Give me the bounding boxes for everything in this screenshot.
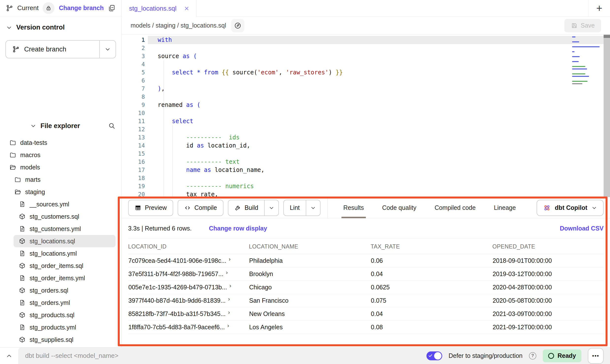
code-line-17: name as location_name, — [148, 166, 610, 174]
defer-label: Defer to staging/production — [449, 352, 523, 359]
dbt-copilot-button[interactable]: dbt Copilot — [537, 200, 604, 216]
panel-tab-lineage[interactable]: Lineage — [492, 197, 518, 218]
file-label: staging — [25, 188, 45, 196]
code-line-6 — [148, 77, 610, 85]
file-tree-item-macros[interactable]: macros — [0, 149, 121, 161]
search-icon[interactable] — [108, 122, 116, 130]
help-icon[interactable]: ? — [529, 352, 536, 360]
command-input[interactable] — [25, 352, 177, 360]
preview-button[interactable]: Preview — [128, 200, 173, 216]
change-row-display-link[interactable]: Change row display — [209, 225, 267, 232]
code-line-7: ), — [148, 85, 610, 93]
create-branch-button[interactable]: Create branch — [5, 40, 116, 58]
file-tree-item-stg-locations-yml[interactable]: stg_locations.yml — [0, 247, 121, 260]
folder-open-icon — [9, 164, 16, 171]
expand-row-icon[interactable]: › — [229, 283, 231, 289]
opened-date-value: 2019-03-12T00:00:00 — [492, 267, 604, 281]
compile-button[interactable]: Compile — [178, 200, 223, 216]
main-area: stg_locations.sql × + models / staging /… — [122, 0, 610, 347]
location-id-value: 858218fb-73f7-4b1b-a31f-57b345... — [128, 310, 226, 317]
file-tree-item-stg-order-items-sql[interactable]: stg_order_items.sql — [0, 260, 121, 272]
file-tree-item-stg-customers-yml[interactable]: stg_customers.yml — [0, 223, 121, 235]
tab-stg-locations-sql[interactable]: stg_locations.sql × — [122, 0, 197, 17]
expand-row-icon[interactable]: › — [228, 296, 230, 302]
file-tree-item-stg-supplies-sql[interactable]: stg_supplies.sql — [0, 333, 121, 346]
version-control-header[interactable]: Version control — [0, 16, 121, 34]
table-row: 1f8ffa70-7cb5-4d83-8a7f-9aceef6...›Los A… — [128, 321, 604, 334]
file-label: models — [20, 164, 40, 171]
build-dropdown[interactable] — [264, 200, 278, 215]
expand-row-icon[interactable]: › — [228, 309, 230, 316]
panel-tab-results[interactable]: Results — [341, 197, 366, 218]
defer-toggle[interactable] — [426, 351, 442, 360]
file-label: stg_products.sql — [30, 312, 74, 319]
change-branch-link[interactable]: Change branch — [59, 4, 104, 12]
chevron-down-icon — [30, 123, 36, 129]
table-row: 7c079cea-5ed4-4101-906e-9198c...›Philade… — [128, 254, 604, 267]
dbt-copilot-icon — [543, 204, 551, 212]
file-tree-item-stg-order-items-yml[interactable]: stg_order_items.yml — [0, 272, 121, 284]
file-icon — [19, 324, 26, 331]
save-button[interactable]: Save — [564, 19, 601, 32]
expand-row-icon[interactable]: › — [226, 269, 228, 276]
current-branch-label: Current — [17, 4, 39, 12]
editor-scrollbar[interactable] — [604, 34, 610, 197]
model-icon — [19, 287, 26, 294]
opened-date-value: 2018-09-01T00:00:00 — [492, 254, 604, 267]
scrollbar-thumb[interactable] — [604, 35, 610, 38]
expand-row-icon[interactable]: › — [229, 256, 231, 263]
opened-date-value: 2020-05-08T00:00:00 — [492, 294, 604, 307]
expand-command-bar-button[interactable] — [0, 347, 18, 364]
tax-rate-value: 0.0625 — [371, 281, 492, 294]
code-editor[interactable]: 1234567891011121314151617181920 withsour… — [122, 34, 610, 197]
create-branch-dropdown[interactable] — [99, 41, 116, 58]
file-tree-item-stg-locations-sql[interactable]: stg_locations.sql — [14, 235, 116, 247]
status-bar: Defer to staging/production ? Ready ••• — [0, 347, 610, 364]
file-tree-item--sources-yml[interactable]: __sources.yml — [0, 198, 121, 210]
file-tree-item-models[interactable]: models — [0, 161, 121, 173]
file-label: stg_products.yml — [30, 324, 76, 331]
folder-icon — [9, 139, 16, 146]
file-label: stg_orders.sql — [30, 287, 68, 294]
file-tree-item-stg-orders-yml[interactable]: stg_orders.yml — [0, 297, 121, 309]
create-branch-main[interactable]: Create branch — [6, 41, 99, 58]
download-csv-link[interactable]: Download CSV — [560, 225, 604, 232]
code-area[interactable]: withsource as ( select * from {{ source(… — [148, 34, 610, 197]
file-tree-item-stg-customers-sql[interactable]: stg_customers.sql — [0, 210, 121, 223]
lint-button[interactable]: Lint — [283, 200, 320, 216]
close-icon[interactable]: × — [184, 4, 189, 12]
results-table: LOCATION_IDLOCATION_NAMETAX_RATEOPENED_D… — [128, 238, 604, 334]
file-tree: data-testsmacrosmodelsmartsstaging__sour… — [0, 133, 121, 347]
code-line-12 — [148, 125, 610, 133]
chevron-down-icon — [310, 205, 316, 211]
line-number: 9 — [122, 101, 145, 109]
more-options-button[interactable]: ••• — [588, 348, 604, 364]
file-tree-item-data-tests[interactable]: data-tests — [0, 136, 121, 149]
breadcrumb-row: models / staging / stg_locations.sql Sav… — [122, 17, 610, 34]
lineage-compass-button[interactable] — [231, 19, 244, 32]
file-tree-item-stg-products-sql[interactable]: stg_products.sql — [0, 309, 121, 321]
minimap[interactable] — [572, 36, 601, 86]
panel-tab-compiled-code[interactable]: Compiled code — [433, 197, 478, 218]
line-number: 15 — [122, 150, 145, 158]
file-explorer-header[interactable]: File explorer — [0, 118, 121, 133]
minimap-line — [572, 41, 579, 42]
build-button[interactable]: Build — [228, 200, 279, 216]
file-tree-item-staging[interactable]: staging — [0, 186, 121, 198]
line-number: 1 — [122, 36, 145, 44]
line-number: 13 — [122, 133, 145, 142]
new-tab-button[interactable]: + — [588, 0, 610, 17]
tax-rate-value: 0.075 — [371, 294, 492, 307]
file-tree-item-stg-products-yml[interactable]: stg_products.yml — [0, 321, 121, 333]
file-tree-item-marts[interactable]: marts — [0, 173, 121, 186]
copy-file-icon[interactable] — [108, 4, 116, 12]
line-number: 14 — [122, 142, 145, 150]
panel-tab-code-quality[interactable]: Code quality — [380, 197, 418, 218]
results-header-row: LOCATION_IDLOCATION_NAMETAX_RATEOPENED_D… — [128, 238, 604, 254]
lint-dropdown[interactable] — [306, 200, 320, 215]
editor-tabbar: stg_locations.sql × + — [122, 0, 610, 17]
minimap-line — [572, 61, 579, 62]
compile-label: Compile — [194, 204, 217, 211]
file-tree-item-stg-orders-sql[interactable]: stg_orders.sql — [0, 284, 121, 297]
expand-row-icon[interactable]: › — [227, 323, 229, 329]
